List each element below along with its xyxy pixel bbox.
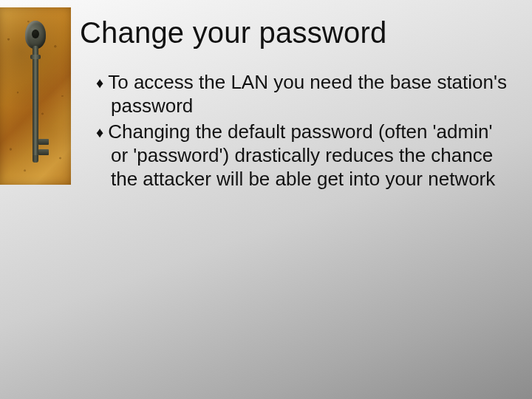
key-icon: [24, 21, 47, 171]
bullet-text: Changing the default password (often 'ad…: [108, 120, 495, 189]
bullet-text: To access the LAN you need the base stat…: [108, 71, 507, 117]
key-texture-image: [0, 7, 71, 185]
bullet-mark-icon: ♦: [96, 124, 103, 140]
bullet-item: ♦Changing the default password (often 'a…: [96, 120, 510, 191]
bullet-mark-icon: ♦: [96, 75, 103, 91]
slide-body: ♦To access the LAN you need the base sta…: [96, 71, 510, 194]
slide: Change your password ♦To access the LAN …: [0, 0, 532, 399]
bullet-item: ♦To access the LAN you need the base sta…: [96, 71, 510, 117]
slide-title: Change your password: [80, 16, 386, 50]
